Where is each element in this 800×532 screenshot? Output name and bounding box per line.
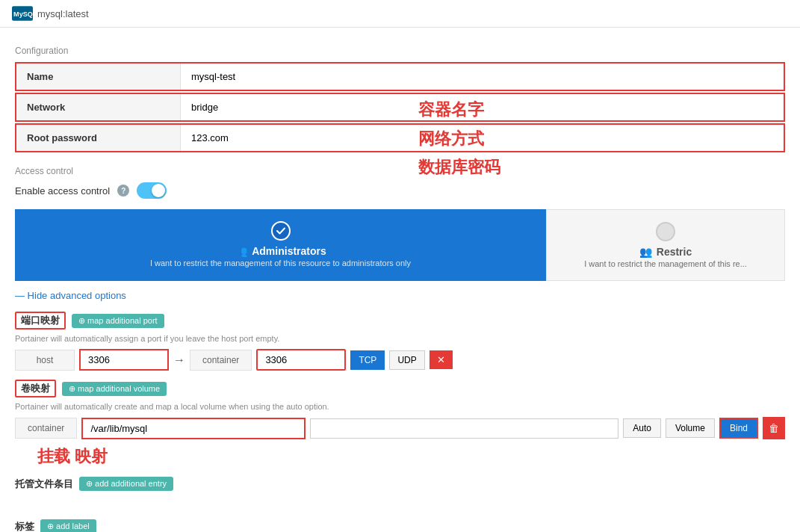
admin-card-title: 👥 Administrators xyxy=(235,245,326,257)
admin-card-subtitle: I want to restrict the management of thi… xyxy=(150,259,411,267)
add-entry-button[interactable]: ⊕ add additional entry xyxy=(79,477,173,491)
mysql-logo-icon: MySQL xyxy=(12,6,33,21)
port-mapping-title: 端口映射 xyxy=(15,312,66,330)
volume-mapping-title: 卷映射 xyxy=(15,380,56,398)
volume-button[interactable]: Volume xyxy=(666,418,715,438)
network-config-row: Network xyxy=(15,93,785,122)
access-toggle[interactable] xyxy=(137,182,167,199)
admin-cards: 👥 Administrators I want to restrict the … xyxy=(15,209,785,281)
name-config-row: Name xyxy=(15,62,785,91)
restrict-card-title: 👥 Restric xyxy=(639,246,692,258)
host-port-input[interactable] xyxy=(79,349,169,371)
port-mapping-section: 端口映射 ⊕ map additional port Portainer wil… xyxy=(15,312,785,371)
arrow-icon: → xyxy=(173,353,185,367)
port-mapping-header: 端口映射 ⊕ map additional port xyxy=(15,312,785,330)
restrict-card-check xyxy=(656,222,675,241)
admin-card-administrators[interactable]: 👥 Administrators I want to restrict the … xyxy=(15,209,546,281)
admin-card-check xyxy=(271,221,291,241)
container-label: container xyxy=(190,350,252,371)
add-port-button[interactable]: ⊕ map additional port xyxy=(72,314,164,328)
managed-entries-section: 托管文件条目 ⊕ add additional entry xyxy=(15,477,785,491)
header: MySQL mysql:latest xyxy=(0,0,800,28)
volume-annotation: 挂载 映射 xyxy=(37,445,108,468)
checkmark-icon xyxy=(276,227,285,235)
network-value[interactable] xyxy=(181,96,784,119)
enable-access-row: Enable access control ? xyxy=(15,182,785,199)
rootpw-label: Root password xyxy=(16,125,181,151)
admin-card-restrict[interactable]: 👥 Restric I want to restrict the managem… xyxy=(546,209,785,281)
svg-text:MySQL: MySQL xyxy=(13,10,33,18)
volume-mapping-hint: Portainer will automatically create and … xyxy=(15,402,785,411)
hide-advanced-label: — Hide advanced options xyxy=(15,290,126,301)
labels-header: 标签 ⊕ add label xyxy=(15,519,785,532)
add-label-button[interactable]: ⊕ add label xyxy=(40,519,96,532)
hide-advanced-link[interactable]: — Hide advanced options xyxy=(15,290,785,301)
managed-entries-title: 托管文件条目 xyxy=(15,477,73,491)
labels-section: 标签 ⊕ add label xyxy=(15,519,785,532)
access-control-header: Access control xyxy=(15,161,785,176)
restrict-icon: 👥 xyxy=(639,246,652,258)
volume-mapping-header: 卷映射 ⊕ map additional volume xyxy=(15,380,785,398)
network-input[interactable] xyxy=(191,102,773,113)
labels-title: 标签 xyxy=(15,520,34,533)
network-label: Network xyxy=(16,94,181,120)
volume-row: container Auto Volume Bind 🗑 xyxy=(15,417,785,439)
container-port-input[interactable] xyxy=(256,349,346,371)
host-label: host xyxy=(15,350,75,371)
rootpw-config-row: Root password xyxy=(15,123,785,152)
mysql-logo: MySQL mysql:latest xyxy=(12,6,89,21)
container-path-input[interactable] xyxy=(81,418,306,439)
main-content: Configuration Name Network Root password… xyxy=(0,28,800,532)
cursor-area xyxy=(15,495,785,510)
volume-container-label: container xyxy=(15,418,77,439)
restrict-card-subtitle: I want to restrict the management of thi… xyxy=(584,259,747,268)
volume-mapping-section: 卷映射 ⊕ map additional volume Portainer wi… xyxy=(15,380,785,468)
port-delete-button[interactable]: ✕ xyxy=(430,350,453,369)
rootpw-value[interactable] xyxy=(181,126,784,149)
enable-access-label: Enable access control xyxy=(15,185,110,197)
managed-entries-header: 托管文件条目 ⊕ add additional entry xyxy=(15,477,785,491)
header-title: mysql:latest xyxy=(37,8,89,19)
config-section-label: Configuration xyxy=(15,46,785,56)
tcp-button[interactable]: TCP xyxy=(350,350,385,370)
add-volume-button[interactable]: ⊕ map additional volume xyxy=(62,382,167,396)
rootpw-input[interactable] xyxy=(191,132,773,143)
access-control-section: Access control Enable access control ? xyxy=(15,161,785,281)
port-row: host → container TCP UDP ✕ xyxy=(15,349,785,371)
name-value[interactable] xyxy=(181,65,784,88)
host-path-input[interactable] xyxy=(310,418,618,439)
name-input[interactable] xyxy=(191,71,773,82)
help-icon[interactable]: ? xyxy=(117,185,129,197)
auto-button[interactable]: Auto xyxy=(623,418,661,438)
volume-delete-button[interactable]: 🗑 xyxy=(763,417,785,439)
name-label: Name xyxy=(16,64,181,90)
udp-button[interactable]: UDP xyxy=(389,350,424,370)
bind-button[interactable]: Bind xyxy=(719,418,758,439)
toggle-slider xyxy=(137,182,167,199)
port-mapping-hint: Portainer will automatically assign a po… xyxy=(15,334,785,343)
admin-icon: 👥 xyxy=(235,245,247,257)
